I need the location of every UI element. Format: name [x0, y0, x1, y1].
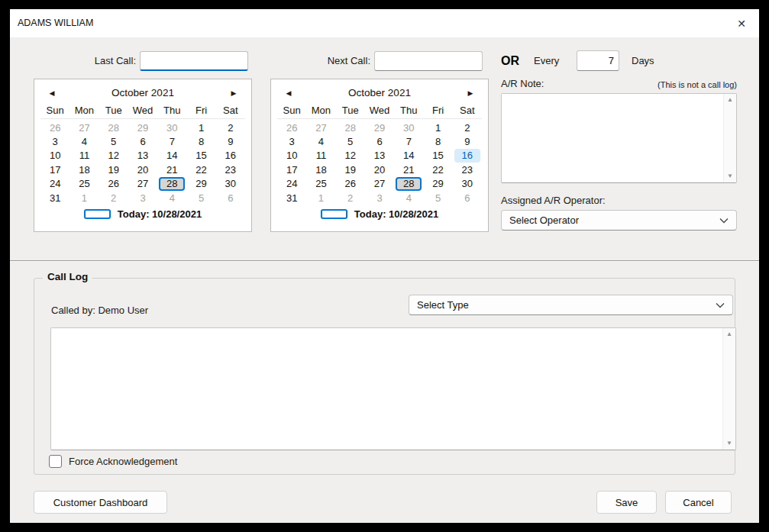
calendar-day[interactable]: 20: [130, 163, 156, 176]
calendar-day[interactable]: 26: [338, 177, 363, 191]
scroll-up-icon[interactable]: ▲: [727, 97, 733, 103]
calendar-day[interactable]: 6: [218, 191, 244, 205]
next-call-input[interactable]: [374, 51, 483, 71]
today-indicator[interactable]: [321, 209, 347, 219]
last-call-input[interactable]: [140, 51, 248, 71]
calendar-day[interactable]: 22: [188, 163, 214, 176]
calendar-day[interactable]: 15: [188, 149, 214, 163]
calendar-day[interactable]: 29: [130, 121, 156, 134]
calendar-day[interactable]: 22: [425, 163, 451, 176]
calendar-day[interactable]: 10: [279, 149, 305, 163]
calendar-day[interactable]: 8: [188, 134, 214, 148]
calendar-day[interactable]: 9: [454, 134, 480, 148]
save-button[interactable]: Save: [596, 491, 657, 514]
calendar-day[interactable]: 21: [396, 163, 422, 176]
calendar-day[interactable]: 5: [338, 134, 363, 148]
calendar-day[interactable]: 1: [308, 191, 334, 205]
today-label[interactable]: Today: 10/28/2021: [118, 208, 202, 220]
interval-days-input[interactable]: [577, 50, 619, 71]
calendar-month-title[interactable]: October 2021: [57, 87, 228, 98]
calendar-day[interactable]: 5: [425, 191, 451, 205]
calendar-day[interactable]: 16: [454, 149, 480, 163]
calendar-day[interactable]: 27: [367, 177, 393, 191]
calendar-day[interactable]: 29: [188, 177, 214, 191]
calendar-day[interactable]: 28: [159, 177, 185, 191]
call-log-note-input[interactable]: [51, 328, 722, 450]
calendar-day[interactable]: 23: [218, 163, 244, 176]
calendar-next-icon[interactable]: ▶: [228, 89, 239, 97]
calendar-day[interactable]: 20: [367, 163, 393, 176]
calendar-day[interactable]: 23: [454, 163, 480, 176]
calendar-day[interactable]: 3: [130, 191, 156, 205]
calendar-day[interactable]: 8: [425, 134, 451, 148]
calendar-day[interactable]: 2: [218, 121, 244, 134]
calendar-day[interactable]: 12: [101, 149, 127, 163]
calendar-day[interactable]: 14: [159, 149, 185, 163]
close-icon[interactable]: ✕: [729, 12, 754, 34]
calendar-next-icon[interactable]: ▶: [465, 89, 476, 97]
calendar-day[interactable]: 4: [159, 191, 185, 205]
calendar-prev-icon[interactable]: ◀: [47, 89, 57, 97]
calendar-day[interactable]: 24: [42, 177, 68, 191]
call-type-select[interactable]: Select Type: [409, 295, 733, 315]
calendar-day[interactable]: 31: [279, 191, 305, 205]
calendar-day[interactable]: 1: [188, 121, 214, 134]
calendar-day[interactable]: 2: [338, 191, 363, 205]
calendar-day[interactable]: 4: [71, 134, 97, 148]
scrollbar[interactable]: ▲ ▼: [722, 328, 735, 450]
calendar-day[interactable]: 27: [130, 177, 156, 191]
today-label[interactable]: Today: 10/28/2021: [354, 208, 438, 220]
calendar-day[interactable]: 17: [279, 163, 305, 176]
calendar-day[interactable]: 10: [42, 149, 68, 163]
calendar-day[interactable]: 13: [367, 149, 393, 163]
calendar-day[interactable]: 18: [308, 163, 334, 176]
calendar-day[interactable]: 31: [42, 191, 68, 205]
calendar-day[interactable]: 6: [367, 134, 393, 148]
calendar-day[interactable]: 27: [71, 121, 97, 134]
calendar-day[interactable]: 12: [338, 149, 363, 163]
today-indicator[interactable]: [84, 209, 111, 219]
calendar-day[interactable]: 21: [159, 163, 185, 176]
calendar-day[interactable]: 26: [279, 121, 305, 134]
operator-select[interactable]: Select Operator: [501, 210, 737, 231]
calendar-day[interactable]: 15: [425, 149, 451, 163]
calendar-day[interactable]: 26: [101, 177, 127, 191]
calendar-day[interactable]: 7: [396, 134, 422, 148]
calendar-day[interactable]: 30: [396, 121, 422, 134]
ar-note-input[interactable]: [502, 94, 723, 182]
calendar-day[interactable]: 13: [130, 149, 156, 163]
calendar-day[interactable]: 11: [308, 149, 334, 163]
calendar-day[interactable]: 5: [101, 134, 127, 148]
customer-dashboard-button[interactable]: Customer Dashboard: [34, 491, 167, 514]
calendar-day[interactable]: 30: [454, 177, 480, 191]
calendar-day[interactable]: 25: [308, 177, 334, 191]
calendar-prev-icon[interactable]: ◀: [283, 89, 294, 97]
calendar-day[interactable]: 16: [218, 149, 244, 163]
calendar-day[interactable]: 28: [101, 121, 127, 134]
scroll-down-icon[interactable]: ▼: [726, 440, 732, 447]
calendar-day[interactable]: 5: [188, 191, 214, 205]
calendar-day[interactable]: 7: [159, 134, 185, 148]
calendar-day[interactable]: 4: [396, 191, 422, 205]
calendar-day[interactable]: 2: [101, 191, 127, 205]
calendar-day[interactable]: 19: [338, 163, 363, 176]
calendar-day[interactable]: 2: [454, 121, 480, 134]
calendar-month-title[interactable]: October 2021: [294, 87, 465, 98]
calendar-day[interactable]: 3: [367, 191, 393, 205]
calendar-day[interactable]: 6: [130, 134, 156, 148]
calendar-day[interactable]: 1: [425, 121, 451, 134]
scroll-up-icon[interactable]: ▲: [726, 331, 732, 337]
force-acknowledgement-checkbox[interactable]: [49, 455, 62, 468]
calendar-day[interactable]: 6: [454, 191, 480, 205]
scrollbar[interactable]: ▲ ▼: [723, 94, 736, 182]
calendar-day[interactable]: 11: [71, 149, 97, 163]
calendar-day[interactable]: 28: [396, 177, 422, 191]
calendar-day[interactable]: 1: [71, 191, 97, 205]
calendar-day[interactable]: 29: [367, 121, 393, 134]
calendar-day[interactable]: 29: [425, 177, 451, 191]
calendar-day[interactable]: 28: [338, 121, 363, 134]
calendar-day[interactable]: 30: [159, 121, 185, 134]
calendar-day[interactable]: 3: [42, 134, 68, 148]
calendar-day[interactable]: 4: [308, 134, 334, 148]
calendar-day[interactable]: 17: [42, 163, 68, 176]
